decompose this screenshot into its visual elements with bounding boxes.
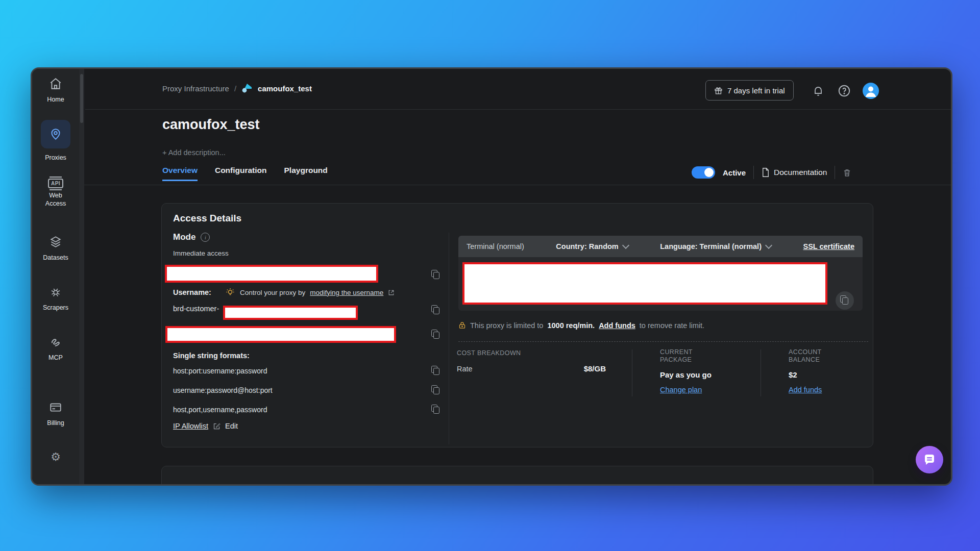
add-funds-link[interactable]: Add funds [789, 386, 822, 394]
copy-format1-button[interactable] [431, 366, 440, 376]
cost-breakdown-label: COST BREAKDOWN [457, 349, 606, 357]
sidebar-item-mcp[interactable]: MCP [32, 335, 79, 362]
rate-limit-prefix: This proxy is limited to [470, 321, 543, 330]
tab-configuration[interactable]: Configuration [215, 166, 267, 181]
mode-value: Immediate access [173, 249, 229, 257]
add-funds-inline-link[interactable]: Add funds [599, 321, 635, 330]
chevron-down-icon [622, 242, 629, 249]
ssl-certificate-link[interactable]: SSL certificate [803, 242, 854, 251]
copy-connection-button[interactable] [836, 291, 854, 310]
divider [835, 166, 835, 179]
breadcrumb-parent[interactable]: Proxy Infrastructure [162, 84, 229, 93]
spider-icon [49, 285, 62, 298]
language-dropdown-label: Language: Terminal (normal) [660, 242, 762, 251]
sidebar-item-label: Home [32, 95, 79, 104]
copy-icon [431, 366, 440, 376]
documentation-button[interactable]: Documentation [762, 168, 827, 177]
account-balance-section: ACCOUNT BALANCE $2 Add funds [789, 348, 865, 394]
cost-breakdown-section: COST BREAKDOWN Rate $8/GB [457, 349, 606, 373]
proxy-product-icon [241, 83, 253, 93]
mode-row: Mode i [173, 232, 210, 242]
ip-allowlist-link[interactable]: IP Allowlist [173, 422, 208, 430]
mode-label: Mode [173, 232, 195, 242]
api-icon: API [48, 179, 63, 188]
copy-username-button[interactable] [431, 305, 440, 315]
divider [632, 349, 632, 396]
chat-widget-button[interactable] [916, 446, 943, 473]
desktop-background: Home Proxies API Web Access [0, 0, 980, 551]
trial-button[interactable]: 7 days left in trial [705, 80, 794, 101]
paperclip-icon [49, 335, 62, 348]
credit-card-icon [49, 400, 62, 414]
layers-icon [49, 235, 62, 248]
document-icon [762, 168, 770, 177]
tab-playground[interactable]: Playground [284, 166, 328, 181]
username-label: Username: [173, 288, 211, 296]
sidebar-item-proxies-label[interactable]: Proxies [32, 151, 79, 162]
modify-username-link[interactable]: modifying the username [310, 289, 383, 296]
tab-bar: Overview Configuration Playground [162, 166, 328, 181]
country-dropdown[interactable]: Country: Random [556, 242, 628, 251]
sidebar-scrollbar-thumb[interactable] [80, 74, 83, 123]
username-row: Username: Control your proxy by modifyin… [173, 287, 395, 297]
account-balance-label: ACCOUNT BALANCE [789, 348, 828, 364]
language-dropdown[interactable]: Language: Terminal (normal) [660, 242, 771, 251]
home-icon [49, 77, 62, 90]
edit-icon [213, 422, 220, 430]
tabs-divider [84, 185, 951, 185]
copy-password-button[interactable] [431, 330, 440, 340]
active-toggle[interactable] [692, 166, 715, 179]
access-details-card: Access Details Mode i Immediate access U… [161, 203, 873, 447]
current-package-label: CURRENT PACKAGE [660, 348, 700, 364]
copy-format2-button[interactable] [431, 385, 440, 395]
format-row: username:password@host:port [173, 386, 273, 394]
terminal-mode-tab[interactable]: Terminal (normal) [467, 242, 524, 251]
sidebar-scrollbar-track[interactable] [79, 69, 84, 484]
copy-icon [431, 270, 440, 280]
divider [753, 166, 754, 179]
lock-icon [458, 321, 466, 330]
sidebar-item-web-access[interactable]: API Web Access [32, 178, 79, 208]
delete-proxy-button[interactable] [843, 168, 851, 178]
sidebar-item-datasets[interactable]: Datasets [32, 235, 79, 262]
add-description-field[interactable]: + Add description... [162, 148, 226, 157]
notifications-bell-icon[interactable] [812, 84, 824, 97]
sidebar-item-label: Billing [32, 419, 79, 427]
help-icon[interactable] [838, 84, 851, 97]
username-hint-prefix: Control your proxy by [240, 289, 305, 296]
rate-label: Rate [457, 365, 473, 373]
proxy-example-toolbar: Terminal (normal) Country: Random Langua… [458, 236, 863, 257]
location-pin-icon [49, 128, 62, 141]
info-icon[interactable]: i [201, 233, 210, 242]
rate-row: Rate $8/GB [457, 364, 606, 373]
documentation-label: Documentation [774, 168, 827, 177]
sidebar-item-settings[interactable]: ⚙ [32, 450, 79, 464]
external-link-icon [388, 289, 395, 296]
trial-button-label: 7 days left in trial [727, 86, 785, 95]
rate-limit-suffix: to remove rate limit. [640, 321, 704, 330]
breadcrumb: Proxy Infrastructure / camoufox_test [162, 83, 312, 93]
ip-allowlist-row: IP Allowlist Edit [173, 422, 238, 430]
sidebar: Home Proxies API Web Access [32, 69, 79, 484]
sidebar-item-billing[interactable]: Billing [32, 400, 79, 427]
chevron-down-icon [765, 242, 772, 249]
proxy-controls: Active Documentation [692, 165, 851, 180]
copy-icon [431, 330, 440, 340]
page-title: camoufox_test [162, 117, 260, 133]
sidebar-item-proxies[interactable] [41, 120, 70, 148]
edit-label[interactable]: Edit [225, 422, 238, 430]
divider [761, 349, 761, 396]
sidebar-item-home[interactable]: Home [32, 77, 79, 104]
change-plan-link[interactable]: Change plan [660, 386, 702, 394]
copy-format3-button[interactable] [431, 405, 440, 415]
format-row: host:port:username:password [173, 367, 267, 375]
copy-host-button[interactable] [431, 270, 440, 280]
sidebar-item-scrapers[interactable]: Scrapers [32, 285, 79, 312]
account-balance-value: $2 [789, 370, 865, 379]
current-package-section: CURRENT PACKAGE Pay as you go Change pla… [660, 348, 737, 394]
avatar[interactable] [863, 83, 879, 99]
sidebar-item-label: Proxies [32, 154, 79, 162]
copy-icon [840, 295, 849, 306]
rate-limit-value: 1000 req/min. [547, 321, 595, 330]
tab-overview[interactable]: Overview [162, 166, 198, 181]
